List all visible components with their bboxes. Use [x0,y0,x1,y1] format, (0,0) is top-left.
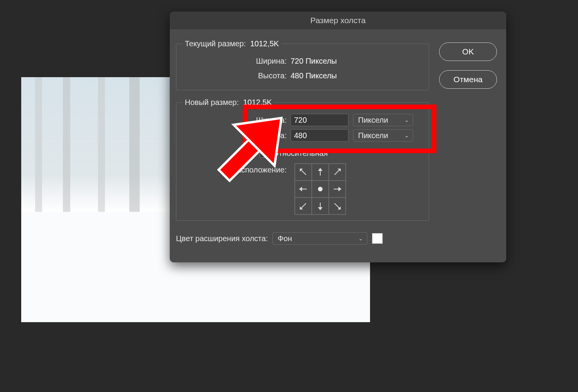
new-height-label: Высота: [183,131,291,140]
anchor-right[interactable] [329,181,346,198]
svg-marker-7 [299,187,302,191]
new-width-label: Ширина: [183,116,291,125]
anchor-top-right[interactable] [329,164,346,181]
chevron-down-icon: ⌄ [358,235,363,242]
svg-line-4 [335,169,340,175]
new-size-legend: Новый размер: 1012,5K [183,98,274,107]
new-size-legend-value: 1012,5K [243,98,272,106]
extension-color-label: Цвет расширения холста: [176,234,268,243]
new-width-unit-select[interactable]: Пиксели ⌄ [353,114,413,126]
svg-marker-13 [318,207,323,210]
chevron-down-icon: ⌄ [404,132,409,139]
extension-color-select[interactable]: Фон ⌄ [272,232,367,245]
anchor-bottom[interactable] [312,198,329,215]
current-width-value: 720 Пикселы [291,57,337,66]
current-height-label: Высота: [183,71,291,80]
anchor-top-left[interactable] [295,164,312,181]
current-width-label: Ширина: [183,57,291,66]
new-size-legend-label: Новый размер: [185,98,239,106]
current-size-legend-label: Текущий размер: [185,39,246,48]
svg-line-10 [301,203,306,209]
anchor-label: Расположение: [183,163,291,174]
new-height-unit-select[interactable]: Пиксели ⌄ [353,129,413,142]
ok-button[interactable]: OK [439,42,497,61]
anchor-grid [294,163,346,215]
new-height-unit-value: Пиксели [358,131,388,140]
svg-marker-3 [318,168,323,171]
canvas-size-dialog: Размер холста Текущий размер: 1012,5K Ши… [170,12,506,262]
extension-color-value: Фон [277,234,292,243]
anchor-center[interactable] [312,181,329,198]
anchor-bottom-right[interactable] [329,198,346,215]
relative-checkbox[interactable] [260,149,269,158]
anchor-left[interactable] [295,181,312,198]
dialog-side-buttons: OK Отмена [439,42,497,89]
dialog-title: Размер холста [170,12,506,29]
current-size-legend: Текущий размер: 1012,5K [183,39,281,48]
svg-line-0 [301,169,306,175]
cancel-button[interactable]: Отмена [439,70,497,89]
new-height-input[interactable] [291,129,348,142]
current-size-panel: Текущий размер: 1012,5K Ширина: 720 Пикс… [176,39,429,90]
anchor-top[interactable] [312,164,329,181]
current-height-value: 480 Пикселы [291,71,337,80]
dialog-body: Текущий размер: 1012,5K Ширина: 720 Пикс… [176,39,429,256]
svg-marker-9 [338,187,341,191]
extension-color-swatch[interactable] [372,233,383,244]
chevron-down-icon: ⌄ [404,117,409,123]
new-width-unit-value: Пиксели [358,116,388,125]
current-size-legend-value: 1012,5K [250,39,279,48]
new-size-panel: Новый размер: 1012,5K Ширина: Пиксели ⌄ … [176,98,429,221]
new-width-input[interactable] [291,114,348,126]
relative-label: Относительная [273,149,328,158]
annotation-highlight-box [243,105,436,153]
svg-line-14 [335,203,340,209]
anchor-bottom-left[interactable] [295,198,312,215]
